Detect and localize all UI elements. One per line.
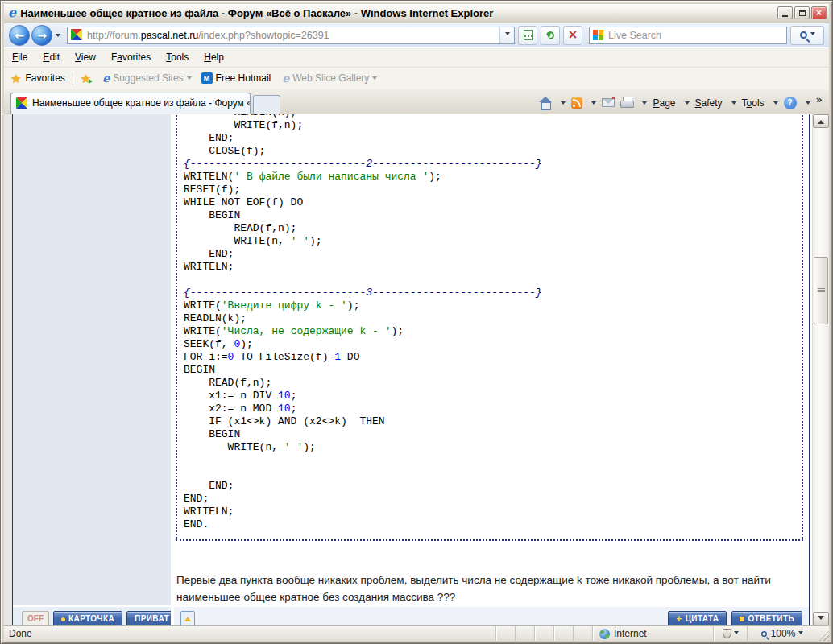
code-line: CLOSE(f); [184, 145, 795, 158]
address-bar[interactable]: http://forum.pascal.net.ru/index.php?sho… [67, 27, 515, 44]
back-button[interactable]: ← [9, 25, 30, 46]
stop-icon: × [568, 29, 578, 41]
menu-edit[interactable]: Edit [43, 52, 60, 63]
add-to-favorites-bar-icon[interactable]: ★ [81, 72, 91, 85]
new-tab-button[interactable] [253, 95, 280, 114]
security-dropdown-icon[interactable] [734, 631, 739, 637]
up-arrow-icon [818, 117, 824, 124]
scroll-up-button[interactable] [813, 114, 829, 128]
ie-logo-icon: e [8, 6, 16, 19]
code-line: END; [184, 493, 795, 506]
forward-button[interactable]: → [31, 25, 52, 46]
security-report-panel[interactable] [713, 626, 747, 641]
live-search-icon [593, 30, 603, 40]
tools-menu-button[interactable]: Tools [742, 97, 765, 109]
print-icon[interactable] [620, 97, 633, 108]
code-line: WRITE(n, ' '); [184, 235, 795, 248]
close-button[interactable]: × [811, 6, 827, 19]
code-line: x2:= n MOD 10; [184, 402, 795, 415]
code-line: WRITE('Введите цифру k - '); [184, 299, 795, 312]
window-title: Наименьшее общее кратное из файла - Фору… [20, 7, 777, 19]
scrollbar-track[interactable] [813, 128, 829, 612]
home-icon[interactable] [539, 97, 552, 109]
code-line: END; [184, 132, 795, 145]
off-button[interactable]: OFF [22, 611, 49, 625]
vertical-scrollbar[interactable] [812, 114, 829, 625]
search-box[interactable] [589, 27, 787, 44]
code-line: {----------------------------3----------… [184, 287, 795, 299]
status-text: Done [9, 628, 495, 639]
separator [73, 72, 73, 85]
card-button[interactable]: КАРТОЧКА [53, 611, 122, 625]
safety-menu-button[interactable]: Safety [695, 97, 723, 109]
reply-button[interactable]: ОТВЕТИТЬ [731, 611, 802, 625]
safety-dropdown-icon[interactable] [731, 101, 736, 107]
menu-help[interactable]: Help [204, 52, 224, 63]
suggested-sites-button[interactable]: Suggested Sites [113, 72, 183, 84]
home-dropdown-icon[interactable] [561, 101, 566, 107]
help-icon[interactable]: ? [784, 97, 797, 109]
code-line [184, 454, 795, 467]
page-dropdown-icon[interactable] [685, 101, 690, 107]
suggested-sites-icon: e [102, 72, 110, 85]
quote-button[interactable]: +ЦИТАТА [668, 611, 727, 625]
search-options-dropdown-icon[interactable] [810, 32, 815, 38]
scroll-to-top-button[interactable] [180, 611, 195, 625]
recent-pages-dropdown-icon[interactable] [56, 34, 60, 39]
zoom-control[interactable]: 100% [747, 626, 816, 641]
refresh-button[interactable] [541, 26, 560, 45]
status-bar: Done Internet 100% [4, 625, 829, 641]
scrollbar-thumb[interactable] [814, 257, 828, 324]
help-dropdown-icon[interactable] [806, 101, 810, 107]
code-line: READ(f,n); [184, 377, 795, 390]
address-dropdown-button[interactable] [499, 27, 514, 43]
page-menu-button[interactable]: Page [653, 97, 675, 109]
menu-favorites[interactable]: Favorites [111, 52, 151, 63]
code-line: END. [184, 518, 795, 531]
compatibility-view-button[interactable] [518, 26, 537, 45]
tab-active[interactable]: Наименьшее общее кратное из файла - Фору… [10, 93, 251, 114]
code-line: BEGIN [184, 209, 795, 222]
suggested-sites-dropdown-icon[interactable] [187, 76, 192, 82]
zoom-icon [761, 630, 767, 636]
read-mail-icon[interactable] [602, 98, 615, 107]
menu-view[interactable]: View [75, 52, 96, 63]
zoom-dropdown-icon[interactable] [798, 631, 803, 637]
print-dropdown-icon[interactable] [642, 101, 647, 107]
resize-grip[interactable] [816, 628, 829, 641]
web-slice-gallery-button[interactable]: Web Slice Gallery [292, 72, 369, 84]
magnifier-icon [800, 31, 807, 39]
window-controls: × [777, 6, 827, 19]
maximize-icon [799, 10, 806, 16]
menu-file[interactable]: File [12, 52, 27, 63]
tab-bar: Наименьшее общее кратное из файла - Фору… [4, 89, 829, 114]
toolbar-overflow-icon[interactable]: » [816, 94, 823, 105]
menu-tools[interactable]: Tools [166, 52, 189, 63]
scroll-down-button[interactable] [813, 612, 829, 625]
feeds-icon[interactable] [571, 97, 582, 109]
page-content: READLN(n); WRITE(f,n); END; CLOSE(f);{--… [4, 114, 829, 625]
compatibility-icon [524, 30, 533, 40]
search-input[interactable] [607, 29, 783, 42]
zoom-level: 100% [771, 628, 796, 639]
web-slice-gallery-dropdown-icon[interactable] [372, 76, 377, 82]
post-footer: OFF КАРТОЧКА ПРИВАТ +ЦИТАТА ОТВЕТИТЬ [13, 605, 809, 625]
code-line: READ(f,n); [184, 222, 795, 235]
favorites-button[interactable]: Favorites [25, 72, 64, 84]
minimize-button[interactable] [777, 6, 793, 19]
tools-dropdown-icon[interactable] [773, 101, 778, 107]
code-line [184, 467, 795, 480]
hotmail-icon: M [201, 72, 213, 84]
site-favicon [71, 29, 83, 41]
title-bar[interactable]: e Наименьшее общее кратное из файла - Фо… [4, 4, 829, 23]
stop-button[interactable]: × [563, 26, 582, 45]
status-panel [495, 626, 515, 641]
status-panel [553, 626, 573, 641]
free-hotmail-button[interactable]: Free Hotmail [216, 72, 271, 84]
private-button[interactable]: ПРИВАТ [126, 611, 177, 625]
zone-label: Internet [614, 628, 647, 639]
feeds-dropdown-icon[interactable] [591, 101, 596, 107]
search-button[interactable] [790, 26, 824, 45]
maximize-button[interactable] [794, 6, 810, 19]
code-line: {----------------------------2----------… [184, 158, 795, 171]
